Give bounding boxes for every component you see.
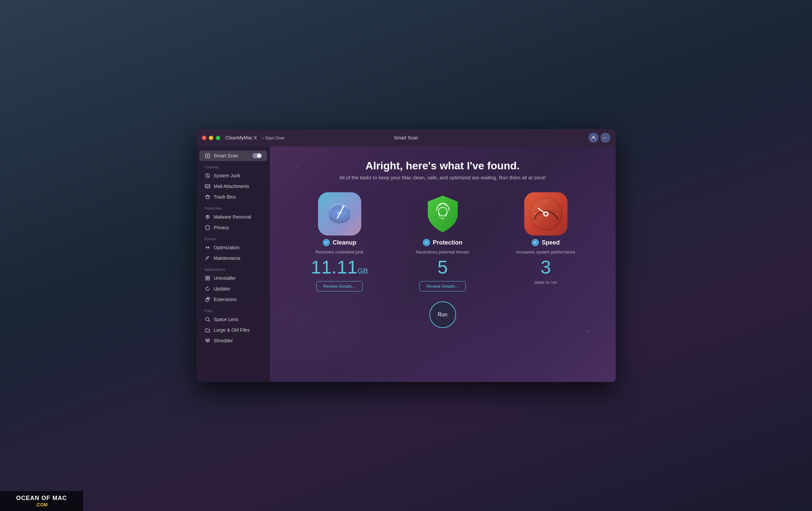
cleanup-review-button[interactable]: Review Details...	[316, 281, 362, 291]
uninstaller-label: Uninstaller	[214, 276, 236, 281]
protection-card-icon	[421, 192, 464, 235]
start-over-label: Start Over	[265, 135, 285, 140]
svg-line-17	[209, 320, 210, 322]
cleanup-card: ✓ Cleanup Removes unneeded junk 11.11GB …	[293, 192, 386, 291]
uninstaller-icon	[205, 275, 210, 281]
protection-desc: Neutralizes potential threats	[416, 250, 469, 255]
sidebar-item-shredder[interactable]: Shredder	[199, 335, 267, 346]
sidebar-item-trash-bins[interactable]: Trash Bins	[199, 192, 267, 202]
run-button-container: Run	[430, 302, 456, 328]
app-window: CleanMyMac X ‹ Start Over Smart Scan	[197, 129, 616, 382]
sidebar-item-privacy[interactable]: Privacy	[199, 222, 267, 233]
avatar-button[interactable]	[588, 133, 599, 143]
sidebar-item-updater[interactable]: Updater	[199, 283, 267, 294]
svg-point-29	[545, 212, 547, 215]
cleanup-label: ✓ Cleanup	[323, 239, 356, 246]
person-icon	[591, 135, 596, 140]
shredder-label: Shredder	[214, 338, 233, 343]
main-content: Alright, here's what I've found. All of …	[270, 146, 616, 382]
app-title: CleanMyMac X	[226, 135, 257, 140]
sidebar-item-system-junk[interactable]: System Junk	[199, 170, 267, 181]
chevron-left-icon: ‹	[262, 135, 263, 140]
svg-point-2	[605, 137, 606, 138]
sidebar-item-mail-attachments[interactable]: Mail Attachments	[199, 181, 267, 192]
disk-icon	[325, 199, 355, 229]
sidebar-item-uninstaller[interactable]: Uninstaller	[199, 273, 267, 283]
svg-rect-13	[208, 279, 209, 280]
extensions-label: Extensions	[214, 297, 236, 302]
system-junk-label: System Junk	[214, 173, 240, 178]
section-label-cleanup: Cleanup	[197, 161, 270, 170]
system-junk-icon	[205, 173, 210, 179]
cards-container: ✓ Cleanup Removes unneeded junk 11.11GB …	[293, 192, 592, 291]
svg-rect-5	[205, 184, 210, 188]
sidebar-item-space-lens[interactable]: Space Lens	[199, 314, 267, 325]
section-label-speed: Speed	[197, 233, 270, 242]
watermark: OCEAN OF MAC .COM	[0, 491, 83, 511]
protection-check-icon: ✓	[423, 239, 430, 246]
mail-attachments-label: Mail Attachments	[214, 183, 250, 189]
optimization-icon	[205, 245, 210, 251]
close-button[interactable]	[202, 136, 206, 140]
sidebar-item-malware-removal[interactable]: Malware Removal	[199, 211, 267, 222]
speed-desc: Increases system performance	[516, 250, 576, 255]
cleanup-check-icon: ✓	[323, 239, 330, 246]
malware-removal-icon	[205, 214, 210, 220]
smart-scan-icon	[205, 153, 210, 159]
maintenance-label: Maintenance	[214, 256, 240, 261]
sidebar-item-large-old-files[interactable]: Large & Old Files	[199, 325, 267, 335]
space-lens-label: Space Lens	[214, 317, 238, 322]
smart-scan-toggle[interactable]	[253, 153, 262, 158]
svg-point-1	[603, 137, 604, 138]
section-label-protection: Protection	[197, 202, 270, 211]
cleanup-value: 11.11GB	[311, 258, 368, 277]
privacy-icon	[205, 225, 210, 231]
protection-review-button[interactable]: Review Details...	[419, 281, 466, 291]
dots-icon	[603, 136, 608, 139]
main-heading: Alright, here's what I've found.	[366, 160, 520, 172]
protection-card: ✓ Protection Neutralizes potential threa…	[396, 192, 489, 291]
traffic-lights	[202, 136, 220, 140]
speedometer-icon	[528, 196, 564, 232]
start-over-button[interactable]: ‹ Start Over	[262, 135, 285, 140]
section-label-files: Files	[197, 305, 270, 314]
mail-attachments-icon	[205, 183, 210, 189]
large-old-files-label: Large & Old Files	[214, 328, 250, 333]
malware-removal-label: Malware Removal	[214, 214, 251, 220]
sidebar-item-optimization[interactable]: Optimization	[199, 242, 267, 253]
maintenance-icon	[205, 255, 210, 261]
sidebar-item-extensions[interactable]: Extensions	[199, 294, 267, 305]
protection-value: 5	[437, 258, 448, 277]
protection-label: ✓ Protection	[423, 239, 462, 246]
sidebar-item-maintenance[interactable]: Maintenance	[199, 253, 267, 263]
smart-scan-label: Smart Scan	[214, 153, 238, 158]
trash-bins-label: Trash Bins	[214, 194, 236, 200]
speed-card: ✓ Speed Increases system performance 3 t…	[499, 192, 592, 291]
updater-label: Updater	[214, 286, 231, 291]
cleanup-card-icon	[318, 192, 361, 235]
maximize-button[interactable]	[216, 136, 220, 140]
svg-rect-15	[208, 297, 209, 300]
minimize-button[interactable]	[209, 136, 213, 140]
optimization-label: Optimization	[214, 245, 240, 250]
titlebar-right	[588, 133, 610, 143]
section-label-applications: Applications	[197, 263, 270, 273]
run-button[interactable]: Run	[430, 302, 456, 328]
privacy-label: Privacy	[214, 225, 229, 230]
menu-button[interactable]	[601, 133, 610, 143]
svg-rect-12	[206, 279, 207, 280]
main-subheading: All of the tasks to keep your Mac clean,…	[339, 175, 546, 180]
trash-bins-icon	[205, 194, 210, 200]
shredder-icon	[205, 338, 210, 344]
titlebar-center-title: Smart Scan	[394, 135, 418, 140]
speed-label: ✓ Speed	[531, 239, 559, 246]
updater-icon	[205, 286, 210, 292]
sidebar-item-smart-scan[interactable]: Smart Scan	[199, 150, 267, 161]
sidebar: Smart Scan Cleanup System Junk	[197, 146, 270, 382]
svg-rect-10	[206, 276, 207, 278]
speed-card-icon	[524, 192, 568, 235]
speed-value: 3	[541, 258, 551, 277]
speed-tasks-label: tasks to run	[534, 280, 557, 285]
svg-rect-14	[206, 299, 208, 302]
large-old-files-icon	[205, 327, 210, 333]
